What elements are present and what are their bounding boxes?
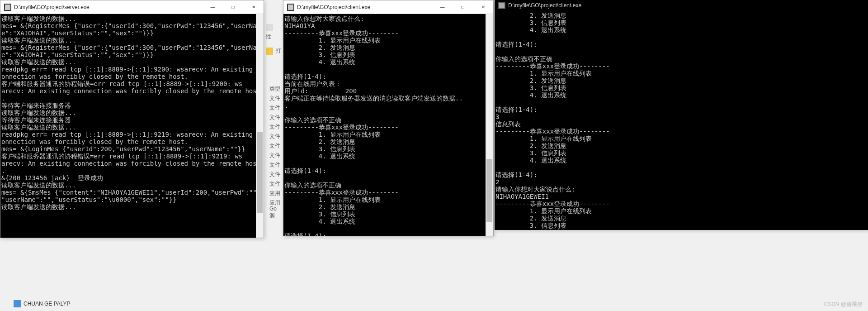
svg-rect-3 bbox=[288, 5, 293, 10]
client2-title: D:\myfile\GO\project\client.exe bbox=[508, 2, 868, 9]
file-row: 文件 bbox=[268, 122, 283, 132]
file-row: 文件 bbox=[268, 170, 283, 179]
type-header: 类型 bbox=[269, 85, 280, 93]
attr-label: 性 bbox=[266, 33, 271, 41]
explorer-toolbar-row bbox=[264, 23, 284, 32]
file-row: 文件 bbox=[268, 103, 283, 113]
file-row: 文件 bbox=[268, 94, 283, 103]
window-controls: — □ ✕ bbox=[432, 0, 493, 14]
app-icon bbox=[4, 4, 11, 11]
client2-window: D:\myfile\GO\project\client.exe 2. 发送消息 … bbox=[495, 0, 868, 230]
window-controls: — □ ✕ bbox=[203, 0, 264, 14]
maximize-button[interactable]: □ bbox=[223, 0, 243, 14]
scrollbar-thumb[interactable] bbox=[486, 159, 492, 222]
file-row: 文件 bbox=[268, 179, 283, 189]
app-icon bbox=[14, 300, 21, 307]
client1-window: D:\myfile\GO\project\client.exe — □ ✕ 请输… bbox=[283, 0, 494, 236]
close-button[interactable]: ✕ bbox=[473, 0, 493, 14]
svg-rect-5 bbox=[499, 3, 505, 8]
file-row: 文件 bbox=[268, 160, 283, 170]
open-label: 打 bbox=[276, 47, 281, 55]
explorer-open-row: 打 bbox=[264, 46, 284, 56]
taskbar-label: CHUAN GE PALYP bbox=[24, 301, 71, 307]
app-icon bbox=[287, 4, 294, 11]
file-row: 文件 bbox=[268, 151, 283, 160]
file-row: 文件 bbox=[268, 113, 283, 122]
client2-console[interactable]: 2. 发送消息 3. 信息列表 4. 退出系统 请选择(1-4): 你输入的选项… bbox=[495, 11, 868, 230]
client1-console[interactable]: 请输入你想对大家说点什么: NIHAO1YA ---------恭喜xxx登录成… bbox=[283, 14, 493, 236]
open-icon bbox=[266, 48, 273, 55]
client2-titlebar[interactable]: D:\myfile\GO\project\client.exe bbox=[495, 0, 868, 11]
close-button[interactable]: ✕ bbox=[243, 0, 264, 14]
minimize-button[interactable]: — bbox=[432, 0, 453, 14]
client1-titlebar[interactable]: D:\myfile\GO\project\client.exe — □ ✕ bbox=[283, 0, 493, 14]
type-header-row: 类型 bbox=[268, 84, 283, 94]
client1-title: D:\myfile\GO\project\client.exe bbox=[297, 4, 432, 10]
taskbar-item[interactable]: CHUAN GE PALYP bbox=[14, 300, 71, 307]
app-row: 应用 bbox=[268, 189, 283, 198]
scrollbar[interactable] bbox=[486, 14, 493, 236]
explorer-fragment-types: 类型 文件 文件 文件 文件 文件 文件 文件 文件 文件 文件 应用 应用 G… bbox=[268, 84, 283, 217]
file-row: 文件 bbox=[268, 141, 283, 151]
minimize-button[interactable]: — bbox=[203, 0, 223, 14]
explorer-attr-row: 性 bbox=[264, 32, 284, 42]
explorer-fragment-left: 性 打 bbox=[264, 23, 284, 56]
maximize-button[interactable]: □ bbox=[453, 0, 473, 14]
scrollbar-thumb[interactable] bbox=[257, 132, 263, 213]
server-window: D:\myfile\GO\project\server.exe — □ ✕ 读取… bbox=[0, 0, 264, 238]
server-console[interactable]: 读取客户端发送的数据... mes= &{RegisterMes {"user"… bbox=[0, 14, 264, 238]
server-title: D:\myfile\GO\project\server.exe bbox=[14, 4, 203, 10]
watermark: CSDN @留乘船 bbox=[824, 301, 863, 308]
app-icon bbox=[498, 2, 505, 9]
file-row: 文件 bbox=[268, 132, 283, 141]
scrollbar[interactable] bbox=[256, 14, 264, 238]
edit-icon bbox=[266, 24, 273, 31]
go-row: Go 源 bbox=[268, 208, 283, 217]
svg-rect-1 bbox=[5, 5, 10, 10]
server-titlebar[interactable]: D:\myfile\GO\project\server.exe — □ ✕ bbox=[0, 0, 264, 14]
